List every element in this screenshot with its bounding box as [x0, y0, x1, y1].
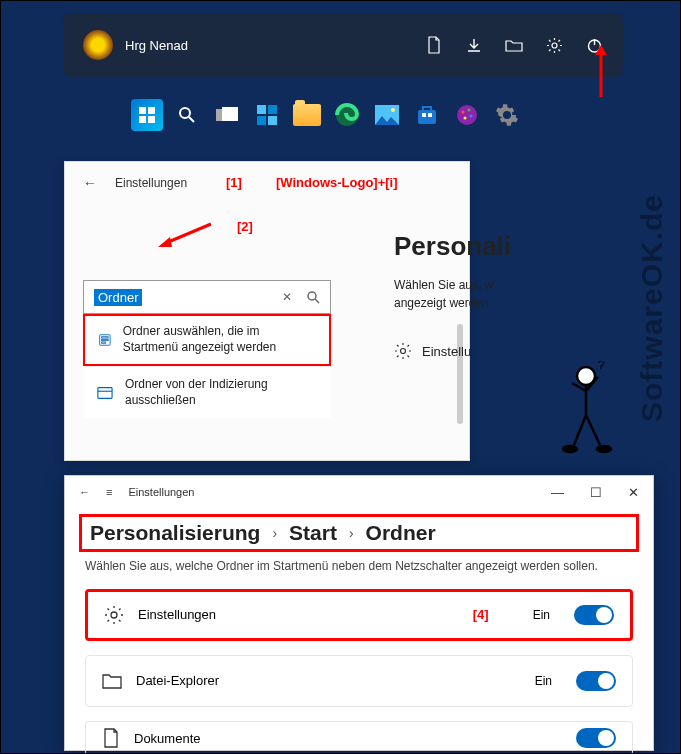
toggle-switch[interactable] — [576, 671, 616, 691]
bc-start[interactable]: Start — [289, 521, 337, 545]
svg-rect-28 — [102, 342, 106, 343]
settings-title: Einstellungen — [115, 176, 187, 190]
bc-personalisation[interactable]: Personalisierung — [90, 521, 260, 545]
toggle-switch[interactable] — [576, 728, 616, 748]
svg-rect-11 — [257, 116, 266, 125]
svg-rect-26 — [102, 337, 109, 338]
svg-point-20 — [462, 111, 465, 114]
svg-point-6 — [180, 108, 190, 118]
download-icon[interactable] — [465, 36, 483, 54]
annotation-1b: [Windows-Logo]+[i] — [276, 175, 398, 190]
svg-rect-12 — [268, 116, 277, 125]
annotation-4: [4] — [473, 607, 489, 622]
svg-point-21 — [468, 109, 471, 112]
svg-text:?: ? — [598, 361, 605, 372]
document-icon[interactable] — [425, 36, 443, 54]
row-label: Datei-Explorer — [136, 673, 521, 688]
svg-rect-4 — [139, 116, 146, 123]
store-icon[interactable] — [411, 99, 443, 131]
clear-icon[interactable]: ✕ — [282, 290, 292, 304]
settings-window-2: ← ≡ Einstellungen — ☐ ✕ Personalisierung… — [64, 475, 654, 751]
search-result-2[interactable]: Ordner von der Indizierung ausschließen — [83, 366, 331, 418]
annotation-2: [2] — [237, 219, 253, 234]
taskbar — [131, 99, 523, 131]
row-label: Einstellungen — [138, 607, 459, 622]
svg-rect-27 — [102, 339, 109, 340]
svg-rect-2 — [139, 107, 146, 114]
result-text-2: Ordner von der Indizierung ausschließen — [125, 377, 317, 408]
right-sub1: Wählen Sie aus, w — [394, 276, 511, 294]
toggle-row-explorer: Datei-Explorer Ein — [85, 655, 633, 707]
svg-point-22 — [470, 115, 473, 118]
row-label: Dokumente — [134, 731, 562, 746]
toggle-state: Ein — [535, 674, 552, 688]
svg-point-19 — [457, 105, 477, 125]
thinking-figure: ? — [556, 361, 616, 461]
explorer-icon[interactable] — [505, 36, 523, 54]
annotation-1: [1] — [226, 175, 242, 190]
start-button[interactable] — [131, 99, 163, 131]
chevron-icon: › — [349, 525, 354, 541]
svg-point-33 — [563, 446, 577, 452]
toggle-switch[interactable] — [574, 605, 614, 625]
svg-rect-8 — [222, 107, 238, 121]
explorer-taskbar-icon[interactable] — [291, 99, 323, 131]
widgets-icon[interactable] — [251, 99, 283, 131]
toggle-row-dokumente: Dokumente — [85, 721, 633, 754]
gear-icon — [104, 605, 124, 625]
result-text-1: Ordner auswählen, die im Startmenü angez… — [123, 324, 315, 355]
chevron-icon: › — [272, 525, 277, 541]
back-icon-2[interactable]: ← — [79, 486, 90, 498]
search-icon[interactable] — [171, 99, 203, 131]
menu-icon[interactable]: ≡ — [106, 486, 112, 498]
arrow-2 — [595, 45, 607, 97]
username[interactable]: Hrg Nenad — [125, 38, 425, 53]
svg-rect-29 — [98, 387, 112, 398]
minimize-icon[interactable]: — — [551, 485, 564, 500]
svg-rect-9 — [257, 105, 266, 114]
right-gear-row[interactable]: Einstellu — [394, 342, 511, 360]
paint-icon[interactable] — [451, 99, 483, 131]
right-title: Personali — [394, 231, 511, 262]
document-icon — [102, 728, 120, 748]
svg-rect-5 — [148, 116, 155, 123]
search-icon[interactable] — [306, 290, 320, 304]
svg-point-24 — [308, 292, 316, 300]
right-sub2: angezeigt werden — [394, 294, 511, 312]
svg-rect-10 — [268, 105, 277, 114]
page-description: Wählen Sie aus, welche Ordner im Startme… — [65, 558, 653, 575]
search-value: Ordner — [94, 289, 142, 306]
svg-point-30 — [401, 349, 406, 354]
settings-title-2: Einstellungen — [128, 486, 194, 498]
svg-rect-17 — [422, 113, 426, 117]
search-input[interactable]: Ordner ✕ — [83, 280, 331, 314]
edge-icon[interactable] — [331, 99, 363, 131]
svg-point-34 — [597, 446, 611, 452]
taskview-icon[interactable] — [211, 99, 243, 131]
settings-gear-icon[interactable] — [545, 36, 563, 54]
svg-rect-18 — [428, 113, 432, 117]
svg-point-0 — [552, 43, 557, 48]
svg-rect-16 — [418, 110, 436, 124]
toggle-row-einstellungen: Einstellungen [4] Ein — [85, 589, 633, 641]
maximize-icon[interactable]: ☐ — [590, 485, 602, 500]
search-result-1[interactable]: Ordner auswählen, die im Startmenü angez… — [83, 314, 331, 366]
breadcrumb: Personalisierung › Start › Ordner — [79, 514, 639, 552]
toggle-state: Ein — [533, 608, 550, 622]
arrow-1 — [156, 219, 211, 247]
bc-ordner: Ordner — [366, 521, 436, 545]
folder-icon — [102, 672, 122, 690]
close-icon[interactable]: ✕ — [628, 485, 639, 500]
svg-point-35 — [111, 612, 117, 618]
svg-point-23 — [464, 117, 467, 120]
photos-icon[interactable] — [371, 99, 403, 131]
right-panel: Personali Wählen Sie aus, w angezeigt we… — [394, 231, 511, 360]
settings-taskbar-icon[interactable] — [491, 99, 523, 131]
watermark-right: SoftwareOK.de — [635, 194, 669, 422]
svg-point-15 — [391, 108, 395, 112]
user-avatar[interactable] — [83, 30, 113, 60]
svg-rect-3 — [148, 107, 155, 114]
startmenu-bottom: Hrg Nenad — [63, 13, 623, 77]
back-icon[interactable]: ← — [83, 175, 97, 191]
